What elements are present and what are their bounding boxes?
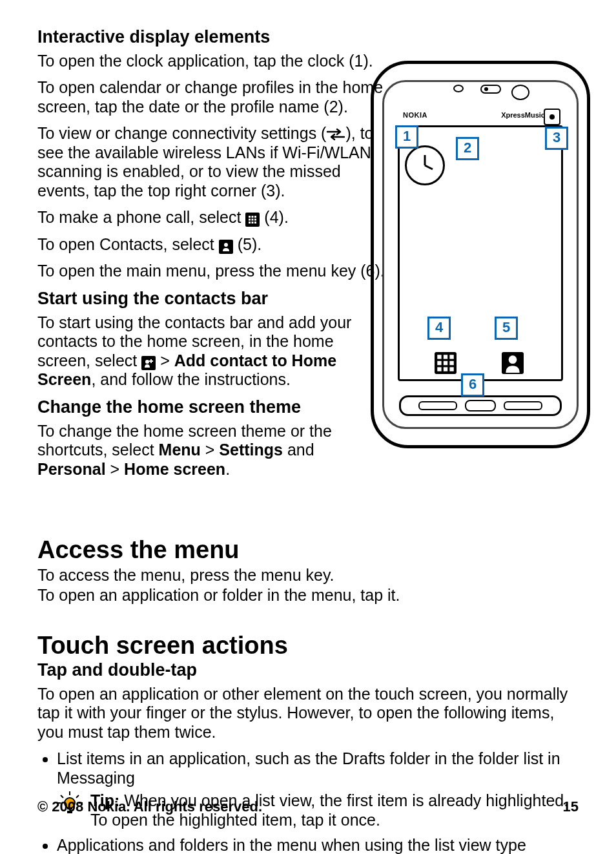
callout-4: 4	[427, 317, 451, 340]
spacer	[37, 613, 579, 631]
heading-tap-double-tap: Tap and double-tap	[37, 660, 579, 681]
svg-rect-26	[449, 355, 453, 359]
dialer-screen-icon	[435, 352, 457, 374]
svg-point-10	[145, 360, 149, 364]
svg-rect-25	[444, 355, 447, 359]
svg-rect-4	[252, 219, 254, 221]
sensor-icon	[480, 85, 501, 94]
add-contact-icon	[141, 356, 156, 370]
callout-5: 5	[495, 317, 518, 340]
contacts-screen-icon	[502, 352, 524, 374]
para-contacts: To open Contacts, select (5).	[37, 235, 386, 255]
para-change-theme: To change the home screen theme or the s…	[37, 422, 386, 479]
phone-screen	[398, 125, 563, 381]
para-tap-intro: To open an application or other element …	[37, 685, 579, 742]
svg-line-15	[76, 795, 79, 798]
para-clock: To open the clock application, tap the c…	[37, 52, 386, 71]
phone-illustration: NOKIA XpressMusic 1 2 3 4 5 6	[371, 61, 590, 448]
ct-gt2: >	[106, 460, 125, 478]
ct-personal: Personal	[37, 460, 106, 478]
heading-touch-actions: Touch screen actions	[37, 631, 579, 660]
dialer-icon	[245, 213, 260, 227]
right-softkey-icon	[504, 401, 542, 410]
brand-xpressmusic: XpressMusic	[501, 111, 545, 120]
callout-2: 2	[456, 137, 479, 160]
para-connectivity-a: To view or change connectivity settings …	[37, 124, 326, 142]
svg-rect-28	[444, 361, 447, 365]
menu-key-icon	[465, 400, 496, 411]
para-contacts-bar-b: , and follow the instructions.	[91, 370, 291, 388]
svg-rect-1	[252, 216, 254, 218]
svg-rect-30	[437, 367, 441, 371]
svg-rect-27	[437, 361, 441, 365]
ct-end: .	[225, 460, 230, 478]
para-phone-call-a: To make a phone call, select	[37, 208, 245, 226]
svg-rect-3	[249, 219, 251, 221]
left-softkey-icon	[418, 401, 457, 410]
callout-6: 6	[461, 373, 484, 397]
svg-rect-24	[437, 355, 441, 359]
svg-rect-5	[254, 219, 256, 221]
para-phone-call: To make a phone call, select (4).	[37, 208, 386, 227]
svg-rect-2	[254, 216, 256, 218]
svg-rect-7	[252, 222, 254, 224]
camera-icon	[511, 85, 529, 100]
callout-1: 1	[395, 125, 418, 149]
para-connectivity: To view or change connectivity settings …	[37, 124, 386, 200]
para-contacts-bar: To start using the contacts bar and add …	[37, 313, 386, 390]
svg-rect-29	[449, 361, 453, 365]
list-item: List items in an application, such as th…	[57, 749, 579, 829]
li1-text: List items in an application, such as th…	[57, 749, 579, 787]
svg-point-21	[549, 114, 555, 120]
ct-and: and	[283, 441, 314, 459]
svg-rect-8	[254, 222, 256, 224]
manual-page: Interactive display elements To open the…	[0, 0, 616, 854]
ct-settings: Settings	[219, 441, 283, 459]
clock-icon	[405, 145, 445, 185]
brand-nokia: NOKIA	[403, 111, 427, 120]
ct-gt1: >	[201, 441, 220, 459]
para-phone-call-b: (4).	[260, 208, 288, 226]
svg-rect-6	[249, 222, 251, 224]
svg-rect-12	[149, 360, 153, 362]
heading-access-menu: Access the menu	[37, 536, 579, 565]
svg-rect-31	[444, 367, 447, 371]
svg-rect-0	[249, 216, 251, 218]
page-number: 15	[563, 798, 579, 815]
list-item: Applications and folders in the menu whe…	[57, 836, 579, 854]
ct-menu: Menu	[159, 441, 201, 459]
earpiece-icon	[453, 85, 464, 92]
copyright: © 2008 Nokia. All rights reserved.	[37, 798, 262, 815]
para-contacts-b: (5).	[233, 235, 262, 253]
svg-point-33	[509, 355, 517, 364]
phone-bottom-buttons	[399, 395, 562, 416]
para-access-2: To open an application or folder in the …	[37, 586, 579, 605]
contacts-icon	[219, 240, 233, 254]
connectivity-icon	[326, 128, 345, 141]
svg-rect-32	[449, 367, 453, 371]
para-access-1: To access the menu, press the menu key.	[37, 566, 579, 585]
gt: >	[156, 351, 174, 370]
para-calendar: To open calendar or change profiles in t…	[37, 78, 386, 116]
heading-interactive-display: Interactive display elements	[37, 27, 579, 48]
spacer	[37, 486, 579, 536]
callout-3: 3	[545, 127, 568, 150]
svg-point-9	[224, 243, 228, 247]
svg-line-14	[61, 795, 63, 798]
para-contacts-a: To open Contacts, select	[37, 235, 219, 253]
ct-home: Home screen	[124, 460, 225, 478]
svg-line-23	[425, 165, 433, 169]
statusbar-button-icon	[544, 109, 560, 125]
page-footer: © 2008 Nokia. All rights reserved. 15	[37, 798, 579, 815]
para-main-menu: To open the main menu, press the menu ke…	[37, 262, 386, 281]
